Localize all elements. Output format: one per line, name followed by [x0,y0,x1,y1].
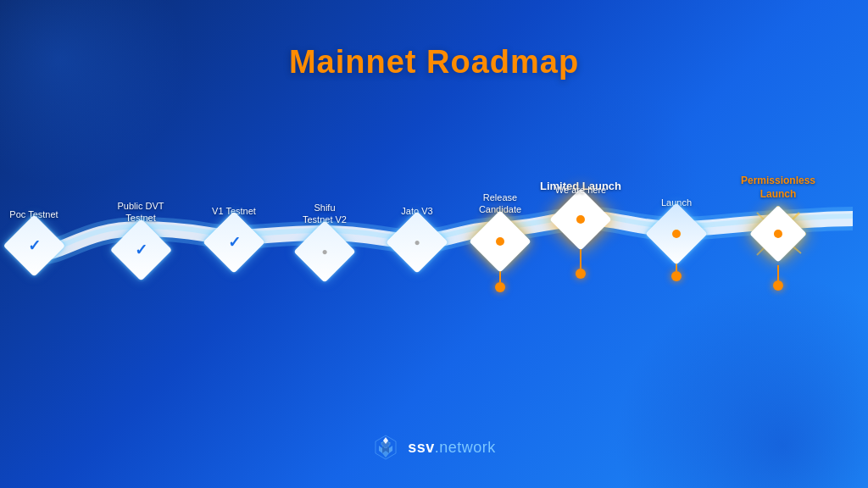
checkmark-dvt: ✓ [135,241,147,259]
dot-launch [672,230,681,238]
milestone-limited-launch: Limited Launch We are here [540,180,621,279]
milestone-launch: Launch [654,197,698,281]
checkmark-v1: ✓ [228,233,241,252]
diamond-v1: ✓ [203,212,265,274]
svg-marker-18 [389,446,392,453]
brand-prefix: ssv [408,439,435,456]
dot-limited [576,215,585,224]
milestone-shifu: ShifuTestnet V2 ● [303,202,347,274]
pin-dot-permissionless [773,280,783,291]
svg-marker-17 [379,446,382,453]
pin-stem-permissionless [777,265,779,280]
pin-dot-limited [576,269,586,279]
page-title: Mainnet Roadmap [0,44,868,80]
diamond-release [469,210,531,273]
footer: ssv.network [0,434,868,461]
brand-name: ssv.network [408,439,496,457]
diamond-launch [645,203,708,266]
milestone-v1-testnet: V1 Testnet ✓ [212,205,256,264]
milestone-public-dvt: Public DVTTestnet ✓ [117,200,164,272]
checkmark-jato: ● [414,236,420,248]
diamond-limited [549,188,612,251]
milestone-release-candidate: ReleaseCandidate [478,191,522,292]
milestone-permissionless: PermissionlessLaunch [741,175,815,291]
diamond-dvt: ✓ [109,219,172,281]
diamond-shifu: ● [293,220,356,283]
pin-dot-release [495,282,505,292]
dot-permissionless [774,230,782,238]
milestone-jato: Jato V3 ● [395,205,439,264]
checkmark-shifu: ● [321,246,327,258]
checkmark-poc: ✓ [28,236,41,255]
diamond-jato: ● [386,212,448,274]
we-are-here-label: We are here [555,185,606,195]
explosion-container [748,204,808,263]
pin-dot-launch [671,271,682,281]
brand-suffix: .network [435,439,496,456]
roadmap-container: Poc Testnet ✓ Public DVTTestnet ✓ V1 Tes… [15,144,853,330]
dot-release [496,237,504,246]
milestone-poc-testnet: Poc Testnet ✓ [9,208,58,268]
milestone-label-permissionless: PermissionlessLaunch [741,175,815,201]
ssv-logo [372,434,399,461]
diamond-poc: ✓ [3,215,65,278]
